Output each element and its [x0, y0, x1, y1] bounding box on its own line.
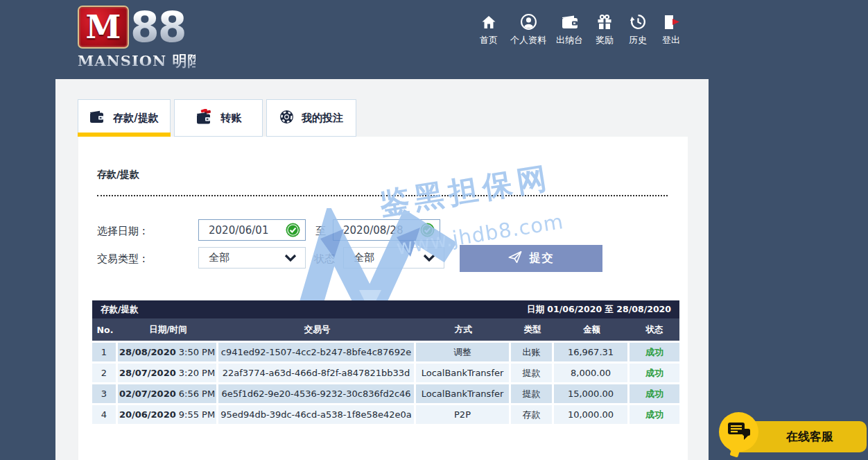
- valid-check-icon: [420, 223, 435, 237]
- cell-type: 存款: [511, 405, 554, 424]
- dotted-separator: [97, 195, 668, 196]
- cell-method: LocalBankTransfer: [416, 364, 511, 382]
- table-title: 存款/提款: [101, 304, 139, 316]
- tab-bar: 存款/提款 转账: [78, 99, 356, 137]
- history-clock-icon: [629, 12, 648, 31]
- chevron-down-icon: [423, 251, 435, 264]
- cell-type: 提款: [511, 384, 554, 403]
- logo-top: M 88: [78, 6, 196, 49]
- tab-my-bets[interactable]: 我的投注: [266, 99, 356, 137]
- date-filter-label: 选择日期 :: [97, 225, 146, 238]
- top-nav: 首页 个人资料: [477, 12, 683, 46]
- cell-method: 调整: [416, 343, 511, 361]
- cell-type: 提款: [511, 364, 554, 382]
- table-row: 1 28/08/20203:50 PM c941ed92-1507-4cc2-b…: [92, 343, 679, 361]
- nav-item-logout[interactable]: 登出: [659, 12, 683, 46]
- logo-mansion-text: MANSION 明陞: [78, 51, 196, 71]
- logo-m-letter: M: [86, 11, 121, 43]
- chat-bubble-button[interactable]: [719, 412, 758, 452]
- cell-no: 1: [92, 343, 118, 361]
- tab-label: 我的投注: [302, 112, 343, 125]
- cell-status: 成功: [630, 405, 679, 424]
- type-filter-label: 交易类型 :: [97, 253, 146, 266]
- table-row: 3 02/07/20206:56 PM 6e5f1d62-9e20-4536-9…: [92, 384, 679, 403]
- table-row: 4 20/06/20209:55 PM 95ed94db-39dc-46cd-a…: [92, 405, 679, 424]
- logout-door-icon: [662, 12, 681, 31]
- cell-amount: 10,000.00: [554, 405, 630, 424]
- cell-time: 9:55 PM: [179, 409, 215, 420]
- chevron-down-icon: [284, 251, 297, 264]
- cell-datetime: 02/07/20206:56 PM: [118, 384, 218, 403]
- transaction-type-select[interactable]: 全部: [198, 247, 306, 269]
- to-label: 至: [315, 225, 326, 238]
- status-select[interactable]: 全部: [343, 247, 444, 269]
- date-to-field[interactable]: [333, 219, 440, 241]
- tab-transfer[interactable]: 转账: [174, 99, 263, 137]
- table-header-row: No. 日期/时间 交易号 方式 类型 金额 状态: [92, 318, 679, 341]
- cell-datetime: 28/08/20203:50 PM: [118, 343, 218, 361]
- select-value: 全部: [354, 251, 423, 264]
- cell-datetime: 28/07/20203:20 PM: [118, 364, 218, 382]
- cell-amount: 15,000.00: [554, 384, 630, 403]
- cell-no: 4: [92, 405, 118, 424]
- nav-label: 首页: [480, 34, 498, 46]
- tab-deposit-withdrawal[interactable]: 存款/提款: [78, 99, 171, 137]
- tab-label: 存款/提款: [113, 112, 158, 125]
- col-header-method: 方式: [416, 324, 511, 336]
- cell-type: 出账: [511, 343, 554, 361]
- cell-no: 3: [92, 384, 118, 403]
- nav-item-profile[interactable]: 个人资料: [510, 12, 546, 46]
- cell-date: 28/07/2020: [119, 368, 176, 378]
- col-header-type: 类型: [511, 324, 554, 336]
- page: M 88 MANSION 明陞 首页: [0, 0, 868, 460]
- cell-amount: 16,967.31: [554, 343, 630, 361]
- nav-item-rewards[interactable]: 奖励: [593, 12, 616, 46]
- status-filter-label: 状态: [314, 253, 335, 266]
- nav-item-cashier[interactable]: 出纳台: [556, 12, 583, 46]
- nav-label: 出纳台: [556, 34, 583, 46]
- nav-label: 个人资料: [510, 34, 546, 46]
- cell-datetime: 20/06/20209:55 PM: [118, 405, 218, 424]
- select-value: 全部: [209, 251, 284, 264]
- date-from-field[interactable]: [198, 219, 306, 241]
- cell-txn: c941ed92-1507-4cc2-b247-8bfe4c87692e: [218, 343, 416, 361]
- table-date-range: 日期 01/06/2020 至 28/08/2020: [527, 304, 671, 316]
- submit-button[interactable]: 提交: [460, 245, 602, 272]
- cell-date: 28/08/2020: [119, 347, 176, 357]
- deposit-withdrawal-panel: 存款/提款 选择日期 : 至: [78, 137, 688, 460]
- m88-logo[interactable]: M 88 MANSION 明陞: [78, 6, 196, 71]
- cell-txn: 22af3774-a63d-466d-8f2f-a847821bb33d: [218, 364, 416, 382]
- nav-label: 登出: [662, 34, 680, 46]
- cell-no: 2: [92, 364, 118, 382]
- submit-label: 提交: [530, 251, 555, 266]
- nav-item-history[interactable]: 历史: [626, 12, 650, 46]
- wallet-icon: [560, 12, 579, 31]
- cell-time: 3:50 PM: [179, 347, 215, 357]
- paper-plane-icon: [508, 250, 522, 266]
- nav-item-home[interactable]: 首页: [477, 12, 501, 46]
- tab-label: 转账: [221, 112, 242, 125]
- cell-status: 成功: [630, 343, 679, 361]
- nav-label: 历史: [629, 34, 647, 46]
- cell-status: 成功: [630, 384, 679, 403]
- cell-time: 6:56 PM: [179, 389, 215, 399]
- col-header-status: 状态: [630, 324, 679, 336]
- chat-icon: [727, 421, 751, 443]
- transfer-wallet-icon: [196, 109, 214, 127]
- cell-date: 02/07/2020: [119, 389, 176, 399]
- cell-date: 20/06/2020: [119, 409, 176, 420]
- content-wrapper: 存款/提款 转账: [55, 79, 709, 460]
- logo-88-text: 88: [130, 6, 186, 49]
- logo-m-emblem: M: [78, 6, 129, 49]
- section-title: 存款/提款: [97, 169, 139, 181]
- nav-label: 奖励: [596, 34, 614, 46]
- poker-chip-icon: [279, 110, 294, 127]
- gift-icon: [596, 12, 614, 31]
- cell-txn: 95ed94db-39dc-46cd-a538-1f8e58e42e0a: [218, 405, 416, 424]
- col-header-amount: 金额: [554, 324, 630, 336]
- col-header-no: No.: [92, 325, 118, 335]
- valid-check-icon: [286, 223, 300, 237]
- profile-icon: [519, 12, 538, 31]
- home-icon: [480, 12, 498, 31]
- table-title-bar: 存款/提款 日期 01/06/2020 至 28/08/2020: [92, 300, 679, 318]
